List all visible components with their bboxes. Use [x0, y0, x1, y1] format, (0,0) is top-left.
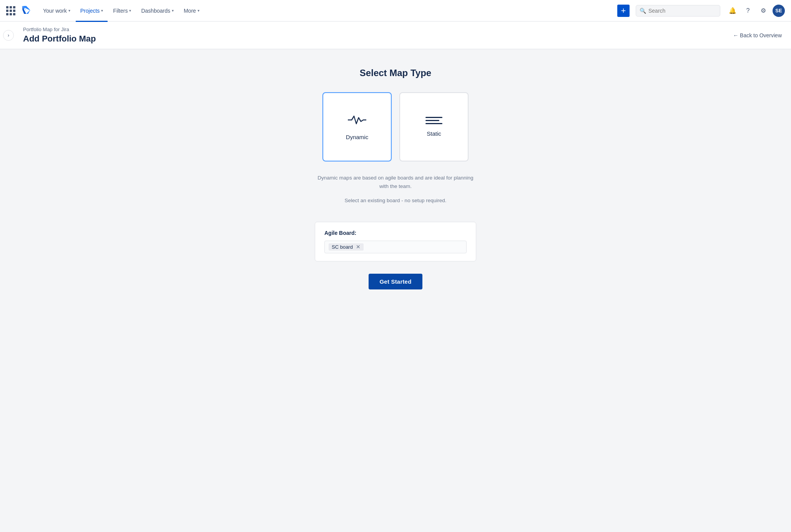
nav-more[interactable]: More ▾ [179, 5, 204, 17]
agile-board-section: Agile Board: SC board ✕ [315, 222, 476, 261]
nav-dashboards[interactable]: Dashboards ▾ [136, 5, 178, 17]
map-type-cards: Dynamic Static [322, 92, 469, 161]
description-section: Dynamic maps are based on agile boards a… [315, 174, 476, 211]
sidebar-toggle-button[interactable]: › [3, 30, 14, 41]
description-line2: Select an existing board - no setup requ… [315, 196, 476, 205]
search-input[interactable] [636, 5, 720, 17]
board-tag: SC board ✕ [329, 243, 364, 251]
description-line1: Dynamic maps are based on agile boards a… [315, 174, 476, 190]
chevron-down-icon: ▾ [68, 8, 70, 13]
help-button[interactable]: ? [742, 5, 754, 17]
breadcrumb: Portfolio Map for Jira [23, 27, 96, 32]
notifications-button[interactable]: 🔔 [726, 5, 739, 17]
nav-actions: 🔔 ? ⚙ SE [726, 5, 785, 17]
agile-board-input[interactable]: SC board ✕ [324, 241, 467, 253]
dynamic-map-card[interactable]: Dynamic [322, 92, 392, 161]
dynamic-card-label: Dynamic [346, 134, 368, 140]
page-title: Add Portfolio Map [23, 34, 96, 44]
chevron-down-icon: ▾ [198, 8, 199, 13]
get-started-button[interactable]: Get Started [369, 274, 422, 289]
nav-items: Your work ▾ Projects ▾ Filters ▾ Dashboa… [38, 5, 614, 17]
avatar[interactable]: SE [773, 5, 785, 17]
chevron-down-icon: ▾ [101, 8, 103, 13]
settings-button[interactable]: ⚙ [757, 5, 769, 17]
dynamic-icon [348, 114, 366, 128]
static-icon [425, 117, 442, 124]
chevron-down-icon: ▾ [129, 8, 131, 13]
navbar: Your work ▾ Projects ▾ Filters ▾ Dashboa… [0, 0, 791, 22]
main-content: Select Map Type Dynamic Static Dynamic m… [0, 49, 791, 532]
agile-board-label: Agile Board: [324, 230, 467, 236]
select-map-type-title: Select Map Type [360, 68, 431, 78]
chevron-down-icon: ▾ [172, 8, 174, 13]
search-icon: 🔍 [640, 8, 646, 14]
board-tag-text: SC board [332, 244, 353, 250]
create-button[interactable]: + [617, 5, 630, 17]
nav-your-work[interactable]: Your work ▾ [38, 5, 75, 17]
static-card-label: Static [427, 130, 441, 137]
page-header: › Portfolio Map for Jira Add Portfolio M… [0, 22, 791, 49]
apps-grid-icon[interactable] [6, 6, 15, 15]
nav-projects[interactable]: Projects ▾ [76, 5, 108, 17]
page-header-left: Portfolio Map for Jira Add Portfolio Map [23, 27, 96, 44]
search-container: 🔍 [636, 5, 720, 17]
jira-logo[interactable] [20, 5, 32, 17]
board-tag-remove-button[interactable]: ✕ [356, 244, 361, 249]
nav-filters[interactable]: Filters ▾ [108, 5, 136, 17]
static-map-card[interactable]: Static [399, 92, 469, 161]
back-to-overview-link[interactable]: ← Back to Overview [733, 32, 782, 38]
